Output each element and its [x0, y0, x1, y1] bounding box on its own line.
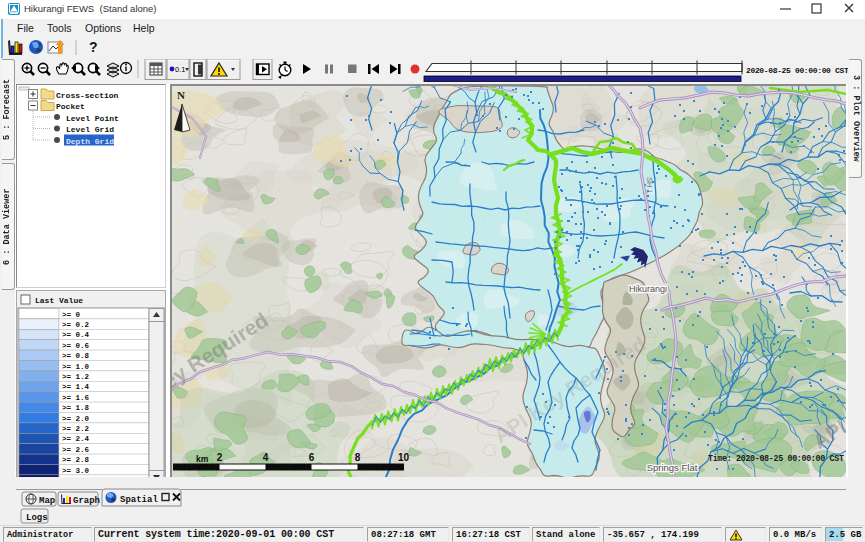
svg-text:Spatial: Spatial — [120, 495, 158, 505]
svg-text:Logs: Logs — [26, 513, 48, 523]
svg-text:>= 1.0: >= 1.0 — [62, 363, 90, 371]
svg-text:0.1: 0.1 — [175, 65, 185, 74]
svg-text:>= 0.4: >= 0.4 — [62, 331, 90, 339]
svg-text:>= 0.6: >= 0.6 — [62, 342, 90, 350]
svg-text:Level Point: Level Point — [66, 114, 119, 123]
svg-text:2020-08-25 00:00:00 CST: 2020-08-25 00:00:00 CST — [746, 66, 848, 75]
svg-text:>= 1.4: >= 1.4 — [62, 383, 90, 391]
svg-text:Level Grid: Level Grid — [66, 125, 114, 134]
svg-text:>= 2.6: >= 2.6 — [62, 446, 90, 454]
svg-text:>= 2.4: >= 2.4 — [62, 435, 90, 443]
svg-text:>= 2.8: >= 2.8 — [62, 456, 90, 464]
svg-text:>= 0: >= 0 — [62, 311, 81, 319]
svg-text:Pocket: Pocket — [56, 102, 85, 111]
svg-text:Graph: Graph — [73, 496, 100, 506]
svg-text:>= 1.8: >= 1.8 — [62, 404, 90, 412]
svg-text:>= 0.8: >= 0.8 — [62, 352, 90, 360]
svg-text:Last Value: Last Value — [35, 296, 83, 305]
svg-text:?: ? — [89, 39, 98, 55]
svg-text:Map: Map — [39, 496, 55, 506]
svg-text:>= 2.2: >= 2.2 — [62, 425, 90, 433]
svg-text:>= 3.0: >= 3.0 — [62, 467, 90, 475]
svg-text:Cross-section: Cross-section — [56, 91, 119, 100]
svg-text:>= 1.6: >= 1.6 — [62, 394, 90, 402]
svg-text:>= 0.2: >= 0.2 — [62, 321, 90, 329]
svg-text:Depth Grid: Depth Grid — [66, 137, 114, 146]
svg-text:>= 1.2: >= 1.2 — [62, 373, 90, 381]
svg-text:>= 2.0: >= 2.0 — [62, 415, 90, 423]
